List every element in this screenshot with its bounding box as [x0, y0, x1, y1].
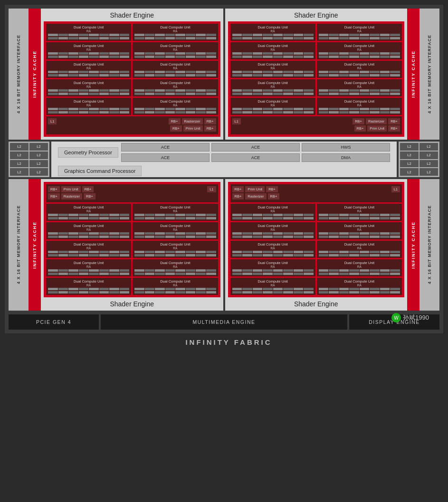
dcu-unit: Dual Compute Unit RA — [46, 24, 131, 41]
watermark-badge: W 孙斌1990 — [391, 313, 429, 322]
l2-panel-left: L2 L2 L2 L2 L2 L2 L2 L2 — [9, 142, 49, 177]
dcu-title: Dual Compute Unit — [134, 25, 216, 29]
l2-cell: L2 — [400, 152, 419, 159]
right-memory-label: 4 x 16 bit Memory Interface — [427, 35, 432, 114]
right-side-bar-bottom: INFINITY CACHE 4 x 16 bit Memory Interfa… — [407, 179, 439, 311]
top-section: 4 x 16 bit Memory Interface INFINITY CAC… — [9, 9, 439, 140]
graphics-cmd-row: Graphics Command Processor — [58, 166, 390, 176]
geometry-proc-row: Geometry Processor ACE ACE HWS ACE ACE D… — [58, 143, 390, 162]
ace-line-1: ACE ACE HWS — [121, 143, 390, 152]
top-right-raster-section: L1 RB+ Rasterizer RB+ RB+ Prim Unit — [230, 116, 402, 134]
left-cache-label-bottom: INFINITY CACHE — [32, 221, 37, 269]
left-memory-bar: 4 x 16 bit Memory Interface — [9, 9, 29, 140]
dcu-unit: Dual Compute Unit RA — [46, 61, 131, 78]
top-left-dcu-row-3: Dual Compute Unit RA Dual Compute Unit R… — [46, 79, 218, 96]
chip-wrapper: 4 x 16 bit Memory Interface INFINITY CAC… — [5, 5, 443, 349]
l2-cell: L2 — [29, 152, 48, 159]
l2-cell: L2 — [10, 160, 29, 168]
top-left-se-inner: Dual Compute Unit RA — [44, 21, 220, 137]
top-right-se-label: Shader Engine — [228, 11, 405, 19]
right-memory-bar: 4 x 16 bit Memory Interface — [419, 9, 439, 140]
right-cache-label: INFINITY CACHE — [411, 50, 416, 98]
pcie-bar: PCIE GEN 4 — [9, 314, 99, 330]
infinity-fabric-label: INFINITY FABRIC — [10, 333, 448, 351]
ace-item: ACE — [211, 143, 300, 152]
right-infinity-cache-bar: INFINITY CACHE — [407, 9, 419, 140]
wechat-icon: W — [391, 313, 401, 322]
l2-cell: L2 — [29, 168, 48, 176]
top-right-se-inner: Dual Compute UnitRA Dual Compute UnitRA … — [228, 21, 405, 137]
top-left-dcu-row-0: Dual Compute Unit RA — [46, 24, 218, 41]
dcu-unit: Dual Compute Unit RA — [133, 42, 218, 59]
l2-panel-right: L2 L2 L2 L2 L2 L2 L2 L2 — [399, 142, 439, 177]
ace-item: ACE — [121, 143, 210, 152]
bottom-left-shader-engine: RB+ Prim Unit RB+ L1 RB+ Rasterizer RB+ — [41, 179, 223, 311]
dcu-unit: Dual Compute Unit RA — [133, 98, 218, 115]
bottom-left-raster-section: RB+ Prim Unit RB+ L1 RB+ Rasterizer RB+ — [46, 184, 218, 202]
middle-band: L2 L2 L2 L2 L2 L2 L2 L2 Geometry Process… — [9, 142, 439, 177]
dcu-unit: Dual Compute Unit RA — [46, 79, 131, 96]
geometry-processor-box: Geometry Processor — [58, 147, 118, 158]
bottom-right-se-label: Shader Engine — [228, 300, 405, 308]
l2-cell: L2 — [29, 160, 48, 168]
l2-cell: L2 — [10, 152, 29, 159]
dcu-unit: Dual Compute Unit RA — [133, 61, 218, 78]
bottom-right-shader-engine: RB+ Prim Unit RB+ L1 RB+ Rasterizer RB+ — [225, 179, 408, 311]
left-side-bar-top: 4 x 16 bit Memory Interface INFINITY CAC… — [9, 9, 41, 140]
left-memory-label-bottom: 4 x 16 bit Memory Interface — [16, 205, 21, 284]
top-left-dcu-row-4: Dual Compute Unit RA Dual Compute Unit R… — [46, 98, 218, 115]
ace-item: ACE — [121, 153, 210, 162]
dcu-unit: Dual Compute Unit RA — [133, 79, 218, 96]
right-infinity-cache-bar-bottom: INFINITY CACHE — [407, 179, 419, 311]
dcu-title: Dual Compute Unit — [48, 25, 129, 29]
top-right-shader-engine: Shader Engine Dual Compute UnitRA Dual C… — [225, 9, 408, 140]
top-left-dcu-row-1: Dual Compute Unit RA Dual Compute Unit R… — [46, 42, 218, 59]
right-memory-bar-bottom: 4 x 16 bit Memory Interface — [419, 179, 439, 311]
bottom-right-raster-section: RB+ Prim Unit RB+ L1 RB+ Rasterizer RB+ — [230, 184, 402, 202]
bottom-two-ses: RB+ Prim Unit RB+ L1 RB+ Rasterizer RB+ — [41, 179, 407, 311]
bottom-left-se-inner: RB+ Prim Unit RB+ L1 RB+ Rasterizer RB+ — [44, 182, 220, 297]
top-left-dcu-row-2: Dual Compute Unit RA Dual Compute Unit R… — [46, 61, 218, 78]
l2-cell: L2 — [419, 160, 438, 168]
dcu-unit: Dual Compute Unit RA — [133, 24, 218, 41]
rasterizer-label: Rasterizer — [182, 118, 203, 124]
bottom-section: 4 x 16 bit Memory Interface INFINITY CAC… — [9, 179, 439, 311]
left-cache-label: INFINITY CACHE — [32, 50, 37, 98]
bottom-shader-engines-area: RB+ Prim Unit RB+ L1 RB+ Rasterizer RB+ — [41, 179, 407, 311]
watermark-text: 孙斌1990 — [403, 313, 429, 322]
right-memory-label-bottom: 4 x 16 bit Memory Interface — [427, 205, 432, 284]
bottom-left-se-label: Shader Engine — [44, 300, 220, 308]
top-left-raster-section: L1 RB+ Rasterizer RB+ RB+ Prim Unit — [46, 116, 218, 134]
l2-cell: L2 — [400, 160, 419, 168]
chip-outer: 4 x 16 bit Memory Interface INFINITY CAC… — [5, 5, 443, 333]
l2-cell: L2 — [10, 143, 29, 151]
multimedia-bar: MULTIMEDIA ENGINE — [101, 314, 347, 330]
l2-cell: L2 — [29, 143, 48, 151]
left-memory-label: 4 x 16 bit Memory Interface — [16, 35, 21, 114]
ace-line-2: ACE ACE DMA — [121, 153, 390, 162]
l2-cell: L2 — [419, 168, 438, 176]
dma-item: DMA — [302, 153, 390, 162]
l2-cell: L2 — [400, 143, 419, 151]
left-infinity-cache-bar-bottom: INFINITY CACHE — [29, 179, 41, 311]
left-side-bar-bottom: 4 x 16 bit Memory Interface INFINITY CAC… — [9, 179, 41, 311]
middle-center-panel: Geometry Processor ACE ACE HWS ACE ACE D… — [51, 142, 397, 177]
top-left-se-label: Shader Engine — [44, 11, 220, 19]
dcu-unit: Dual Compute Unit RA — [46, 42, 131, 59]
hws-item: HWS — [302, 143, 390, 152]
left-infinity-cache-bar: INFINITY CACHE — [29, 9, 41, 140]
dcu-unit: Dual Compute Unit RA — [46, 98, 131, 115]
prim-unit-label: Prim Unit — [183, 125, 203, 132]
left-memory-bar-bottom: 4 x 16 bit Memory Interface — [9, 179, 29, 311]
bottom-right-se-inner: RB+ Prim Unit RB+ L1 RB+ Rasterizer RB+ — [228, 182, 405, 297]
l2-cell: L2 — [10, 168, 29, 176]
l2-cell: L2 — [400, 168, 419, 176]
ace-item: ACE — [211, 153, 300, 162]
top-left-shader-engine: Shader Engine Dual Compute Unit RA — [41, 9, 223, 140]
graphics-command-processor-box: Graphics Command Processor — [58, 166, 142, 176]
top-shader-engines-area: Shader Engine Dual Compute Unit RA — [41, 9, 407, 140]
right-side-bar-top: INFINITY CACHE 4 x 16 bit Memory Interfa… — [407, 9, 439, 140]
bottom-label-bars: PCIE GEN 4 MULTIMEDIA ENGINE DISPLAY ENG… — [9, 314, 439, 330]
right-cache-label-bottom: INFINITY CACHE — [411, 221, 416, 269]
l2-cell: L2 — [419, 152, 438, 159]
